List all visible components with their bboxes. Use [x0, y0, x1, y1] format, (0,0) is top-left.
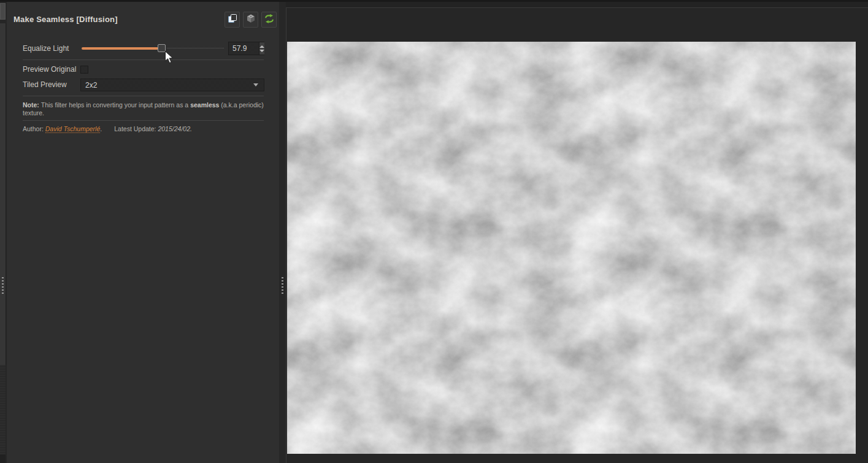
gmic-filter-dialog: Make Seamless [Diffusion]	[0, 0, 868, 463]
preview-original-label: Preview Original	[23, 65, 76, 74]
note-bold-word: seamless	[190, 101, 219, 109]
section-divider	[23, 59, 264, 60]
equalize-light-value-input[interactable]	[229, 42, 259, 55]
equalize-light-label: Equalize Light	[23, 44, 69, 53]
tiled-preview-selected-value: 2x2	[81, 81, 253, 90]
preview-splitter-handle[interactable]	[282, 277, 283, 294]
rail-bottom-edge	[0, 454, 6, 463]
filter-title: Make Seamless [Diffusion]	[13, 15, 118, 24]
author-link[interactable]: David Tschumperlé	[45, 125, 101, 133]
preview-splitter-zone	[279, 2, 286, 463]
left-splitter-handle[interactable]	[2, 277, 4, 294]
author-line: Author: David Tschumperlé.Latest Update:…	[23, 125, 192, 132]
duplicate-layers-icon	[228, 13, 237, 26]
author-label: Author:	[23, 125, 45, 132]
latest-update-value: 2015/24/02.	[158, 125, 191, 132]
refresh-icon	[264, 14, 275, 26]
equalize-light-spinner[interactable]	[259, 42, 264, 55]
gmic-cube-button[interactable]	[243, 12, 258, 28]
rail-texture-strip	[0, 365, 6, 454]
duplicate-layers-button[interactable]	[225, 12, 240, 28]
preview-original-checkbox[interactable]	[80, 66, 88, 74]
rail-widget-sliver	[0, 3, 6, 20]
rail-scrollbar-trough	[0, 23, 6, 365]
latest-update-label: Latest Update:	[114, 125, 158, 132]
tiled-preview-dropdown[interactable]: 2x2	[80, 78, 264, 91]
tiled-texture-preview[interactable]	[287, 42, 856, 454]
spinner-down-icon[interactable]	[259, 50, 264, 52]
section-divider	[23, 120, 264, 121]
tiled-preview-label: Tiled Preview	[23, 80, 67, 89]
note-body: This filter helps in converting your inp…	[41, 101, 190, 109]
gmic-cube-icon	[246, 13, 256, 26]
equalize-light-spinbox	[228, 42, 264, 55]
equalize-light-slider-handle[interactable]	[158, 44, 166, 52]
filter-note: Note: This filter helps in converting yo…	[23, 101, 267, 117]
note-prefix: Note:	[23, 101, 41, 109]
refresh-button[interactable]	[261, 12, 277, 28]
spinner-up-icon[interactable]	[259, 45, 264, 48]
section-divider	[23, 96, 264, 96]
equalize-light-slider-fill	[82, 47, 158, 50]
equalize-light-slider-track[interactable]	[167, 48, 224, 48]
author-period: .	[100, 125, 102, 132]
chevron-down-icon	[253, 83, 258, 86]
